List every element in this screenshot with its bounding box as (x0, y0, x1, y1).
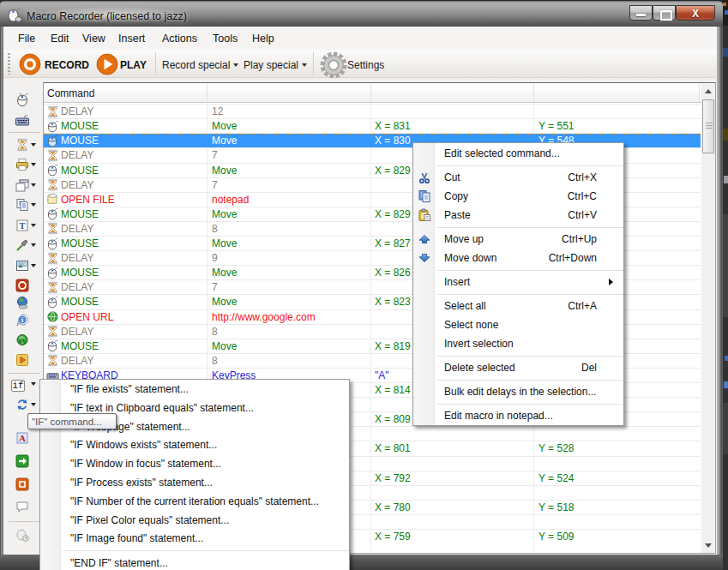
svg-text:T: T (19, 220, 26, 231)
svg-text:A: A (19, 433, 26, 443)
